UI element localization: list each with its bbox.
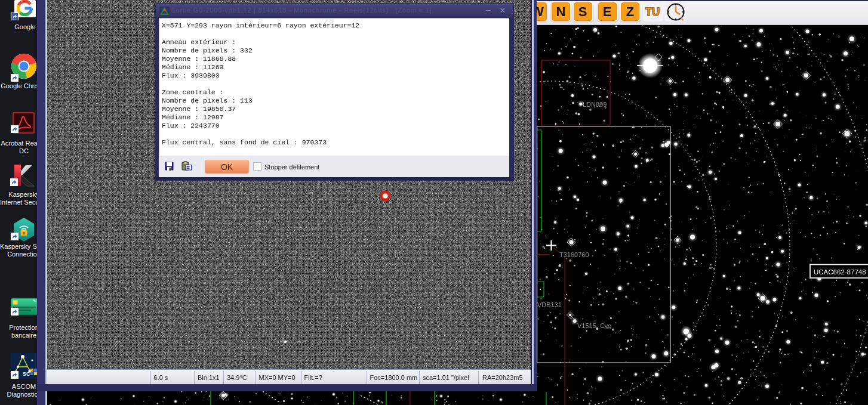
- svg-text:UCAC662-87748: UCAC662-87748: [814, 268, 866, 276]
- svg-text:SC: SC: [23, 371, 30, 377]
- svg-text:VDB131: VDB131: [537, 301, 562, 308]
- svg-text:T3160760: T3160760: [559, 251, 589, 258]
- svg-text:LDN899: LDN899: [583, 101, 607, 108]
- svg-text:TU: TU: [645, 6, 660, 18]
- svg-text:V1515_Cyg: V1515_Cyg: [577, 322, 612, 329]
